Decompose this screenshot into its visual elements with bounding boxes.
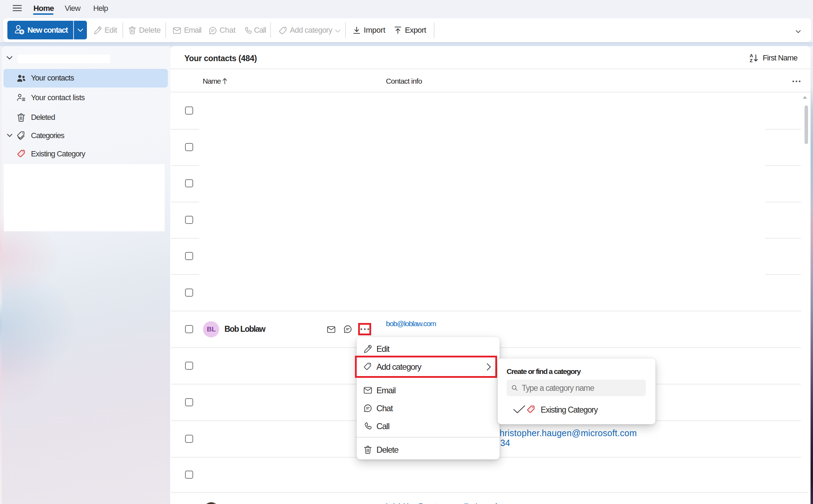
svg-text:Z: Z xyxy=(750,58,752,63)
svg-text:A: A xyxy=(750,53,753,58)
